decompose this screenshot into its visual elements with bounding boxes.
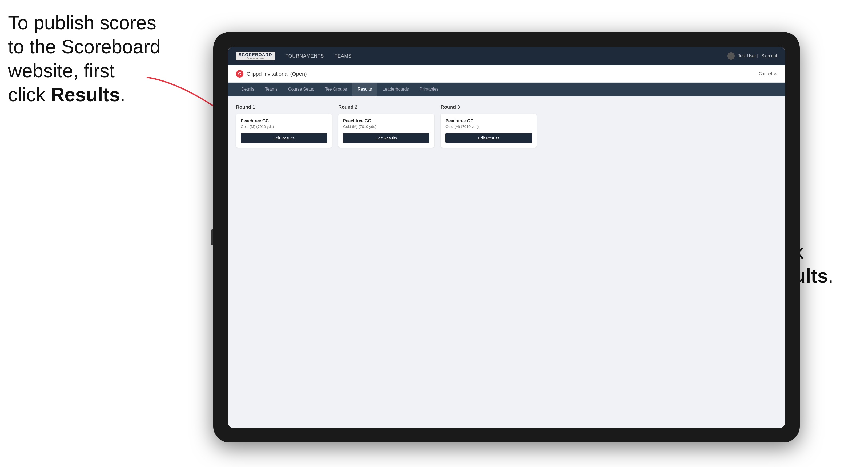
nav-right: T Test User | Sign out (727, 52, 777, 60)
instruction-line1: To publish scores (8, 12, 156, 33)
tab-results-label: Results (358, 87, 372, 92)
tab-teams[interactable]: Teams (260, 83, 283, 96)
edit-results-button-1[interactable]: Edit Results (241, 133, 327, 143)
tablet-screen: SCOREBOARD Powered by clippd TOURNAMENTS… (228, 46, 785, 428)
instruction-left: To publish scores to the Scoreboard webs… (8, 11, 160, 106)
round-1-course-details: Gold (M) (7010 yds) (241, 124, 327, 129)
round-3-column: Round 3 Peachtree GC Gold (M) (7010 yds)… (441, 104, 537, 148)
close-icon: ✕ (774, 71, 777, 76)
tab-tee-groups-label: Tee Groups (325, 87, 347, 92)
logo-text: SCOREBOARD (239, 53, 272, 57)
round-1-course-name: Peachtree GC (241, 119, 327, 123)
tab-details-label: Details (241, 87, 254, 92)
nav-teams[interactable]: TEAMS (335, 53, 352, 59)
round-1-title: Round 1 (236, 104, 332, 110)
cancel-label: Cancel (759, 71, 772, 76)
round-3-title: Round 3 (441, 104, 537, 110)
tab-leaderboards[interactable]: Leaderboards (377, 83, 414, 96)
round-2-column: Round 2 Peachtree GC Gold (M) (7010 yds)… (338, 104, 434, 148)
round-1-card: Peachtree GC Gold (M) (7010 yds) Edit Re… (236, 114, 332, 148)
round-3-course-details: Gold (M) (7010 yds) (445, 124, 532, 129)
round-2-course-details: Gold (M) (7010 yds) (343, 124, 430, 129)
main-content: Round 1 Peachtree GC Gold (M) (7010 yds)… (228, 96, 785, 428)
rounds-grid: Round 1 Peachtree GC Gold (M) (7010 yds)… (236, 104, 777, 148)
round-3-card: Peachtree GC Gold (M) (7010 yds) Edit Re… (441, 114, 537, 148)
round-2-card: Peachtree GC Gold (M) (7010 yds) Edit Re… (338, 114, 434, 148)
tournament-name: Clippd Invitational (Open) (247, 71, 307, 77)
tab-printables-label: Printables (420, 87, 438, 92)
tournament-title-area: C Clippd Invitational (Open) (236, 70, 307, 77)
tab-course-setup-label: Course Setup (288, 87, 314, 92)
tab-teams-label: Teams (265, 87, 278, 92)
tab-leaderboards-label: Leaderboards (382, 87, 409, 92)
cancel-button[interactable]: Cancel ✕ (759, 71, 777, 76)
instruction-line3: website, first (8, 60, 115, 81)
instruction-line2: to the Scoreboard (8, 36, 160, 57)
user-avatar: T (727, 52, 735, 60)
instruction-line4-bold: Results (51, 84, 120, 105)
tab-results[interactable]: Results (352, 83, 377, 96)
edit-results-button-2[interactable]: Edit Results (343, 133, 430, 143)
sub-nav: Details Teams Course Setup Tee Groups Re… (228, 83, 785, 96)
tab-tee-groups[interactable]: Tee Groups (320, 83, 352, 96)
logo-area: SCOREBOARD Powered by clippd (236, 52, 275, 60)
top-nav: SCOREBOARD Powered by clippd TOURNAMENTS… (228, 46, 785, 65)
sign-out-link[interactable]: Sign out (762, 54, 777, 58)
instruction-right-line2-suffix: . (828, 265, 833, 286)
nav-links: TOURNAMENTS TEAMS (285, 53, 727, 59)
user-name: Test User | (738, 54, 758, 58)
round-2-course-name: Peachtree GC (343, 119, 430, 123)
tab-course-setup[interactable]: Course Setup (283, 83, 320, 96)
round-3-course-name: Peachtree GC (445, 119, 532, 123)
round-2-title: Round 2 (338, 104, 434, 110)
tournament-icon: C (236, 70, 243, 77)
logo-box: SCOREBOARD Powered by clippd (236, 52, 275, 60)
edit-results-button-3[interactable]: Edit Results (445, 133, 532, 143)
tablet-frame: SCOREBOARD Powered by clippd TOURNAMENTS… (213, 32, 800, 442)
logo-subtext: Powered by clippd (247, 57, 264, 59)
tablet-side-button (211, 229, 213, 245)
round-1-column: Round 1 Peachtree GC Gold (M) (7010 yds)… (236, 104, 332, 148)
instruction-line4-prefix: click (8, 84, 51, 105)
tab-printables[interactable]: Printables (414, 83, 444, 96)
tab-details[interactable]: Details (236, 83, 260, 96)
nav-tournaments[interactable]: TOURNAMENTS (285, 53, 324, 59)
tournament-header: C Clippd Invitational (Open) Cancel ✕ (228, 65, 785, 83)
instruction-line4-suffix: . (120, 84, 125, 105)
